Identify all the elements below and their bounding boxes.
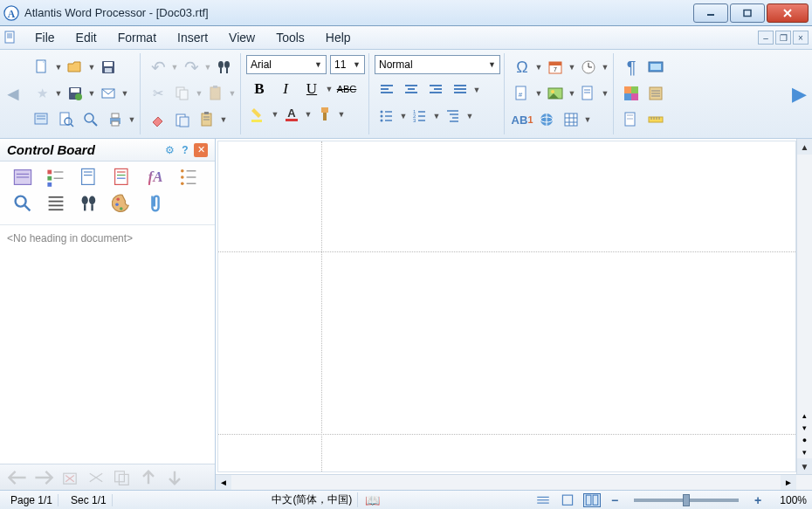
document-control-icon[interactable] [3,31,17,45]
horizontal-scrollbar[interactable]: ◄ ► [216,474,812,490]
toolbar-prev-button[interactable]: ◄ [2,53,24,134]
book-icon[interactable]: 📖 [365,493,380,507]
copy-format-button[interactable] [170,107,195,132]
prev-page-icon[interactable]: ▴ [797,409,812,422]
font-color-button[interactable]: A [279,102,304,127]
cut-button[interactable]: ✂ [146,81,170,106]
font-name-combo[interactable]: Arial▼ [246,55,327,74]
dropdown-icon[interactable]: ▼ [583,115,592,124]
nav-down-icon[interactable] [164,469,185,486]
date-button[interactable]: 7 [543,55,568,79]
gear-icon[interactable]: ⚙ [162,143,176,157]
dropdown-icon[interactable]: ▼ [170,63,179,72]
sections-view-icon[interactable] [79,167,100,188]
align-right-button[interactable] [423,78,448,102]
close-panel-icon[interactable]: ✕ [194,143,208,157]
eraser-button[interactable] [146,107,170,132]
zoom-level[interactable]: 100% [772,494,807,506]
ruler-button[interactable] [643,107,668,132]
lists-view-icon[interactable] [178,167,199,188]
zoom-in-button[interactable]: + [751,493,765,507]
dropdown-icon[interactable]: ▼ [472,86,481,94]
highlight-button[interactable] [246,102,271,127]
menu-format[interactable]: Format [107,27,167,48]
time-button[interactable] [576,55,601,79]
nav-delete-icon[interactable] [59,469,80,486]
field-button[interactable] [576,81,601,106]
menu-help[interactable]: Help [315,27,361,48]
picture-button[interactable] [543,81,568,106]
hyperlink-button[interactable] [534,107,559,132]
find-button[interactable] [212,55,237,79]
navigator-button[interactable] [619,107,643,132]
draft-view-button[interactable] [534,493,552,507]
page-nav-icon[interactable]: ▾ [797,422,812,434]
save-button[interactable] [96,55,120,79]
redo-button[interactable]: ↷ [179,55,203,79]
multilevel-list-button[interactable] [441,104,465,128]
mdi-close-button[interactable]: × [793,31,809,45]
properties-button[interactable] [30,107,54,132]
nav-forward-icon[interactable] [33,469,54,486]
print-button[interactable] [103,107,127,132]
align-left-button[interactable] [375,78,399,102]
maximize-button[interactable] [730,3,765,23]
minimize-button[interactable] [693,3,728,23]
lines-panel-icon[interactable] [45,193,66,214]
headings-view-icon[interactable] [12,167,33,188]
scroll-right-icon[interactable]: ► [781,475,796,490]
table-button[interactable] [559,107,583,132]
dropdown-icon[interactable]: ▼ [432,112,441,120]
bookmarks-view-icon[interactable] [45,167,66,188]
dropdown-icon[interactable]: ▼ [601,89,609,98]
dropdown-icon[interactable]: ▼ [534,89,543,98]
fullscreen-button[interactable] [643,55,668,79]
font-view-icon[interactable]: fA [145,167,166,188]
dropdown-icon[interactable]: ▼ [325,85,334,93]
save-as-button[interactable] [63,81,87,106]
align-justify-button[interactable] [448,78,472,102]
styles-view-icon[interactable] [112,167,133,188]
vertical-scrollbar[interactable]: ▲ ▴ ▾ ● ▾ ▼ [796,139,812,474]
dropdown-icon[interactable]: ▼ [219,115,228,124]
menu-file[interactable]: File [24,27,65,48]
footnote-button[interactable]: AB1 [510,107,534,132]
dropdown-icon[interactable]: ▼ [271,110,279,119]
preview-button[interactable] [54,107,79,132]
next-page-icon[interactable]: ▾ [797,446,812,458]
mdi-minimize-button[interactable]: – [758,31,774,45]
menu-view[interactable]: View [218,27,265,48]
dropdown-icon[interactable]: ▼ [465,112,474,120]
status-page[interactable]: Page 1/1 [5,494,58,506]
dropdown-icon[interactable]: ▼ [87,89,96,98]
browse-object-icon[interactable]: ● [797,434,812,446]
dropdown-icon[interactable]: ▼ [337,110,346,119]
menu-tools[interactable]: Tools [265,27,315,48]
favorite-button[interactable]: ★ [30,81,54,106]
copy-button[interactable] [170,81,195,106]
menu-insert[interactable]: Insert [167,27,218,48]
dropdown-icon[interactable]: ▼ [120,89,129,98]
bold-button[interactable]: B [246,78,272,100]
dropdown-icon[interactable]: ▼ [534,63,543,72]
print-view-button[interactable] [559,493,576,507]
dropdown-icon[interactable]: ▼ [54,63,63,72]
color-scheme-button[interactable] [619,81,643,106]
pilcrow-button[interactable]: ¶ [619,55,643,79]
format-painter-button[interactable] [313,102,337,127]
status-section[interactable]: Sec 1/1 [65,494,113,506]
menu-edit[interactable]: Edit [65,27,107,48]
email-button[interactable] [96,81,120,106]
font-size-combo[interactable]: 11▼ [330,55,365,74]
italic-button[interactable]: I [272,78,299,100]
dropdown-icon[interactable]: ▼ [601,63,609,72]
document-page[interactable] [217,141,796,472]
toolbar-next-button[interactable]: ▶ [788,53,810,134]
symbol-button[interactable]: Ω [510,55,534,79]
dropdown-icon[interactable]: ▼ [127,115,136,124]
dropdown-icon[interactable]: ▼ [228,89,237,98]
status-language[interactable]: 中文(简体，中国) [266,492,358,507]
scroll-down-icon[interactable]: ▼ [797,458,812,474]
binoculars-icon[interactable] [79,193,100,214]
help-icon[interactable]: ? [178,143,192,157]
